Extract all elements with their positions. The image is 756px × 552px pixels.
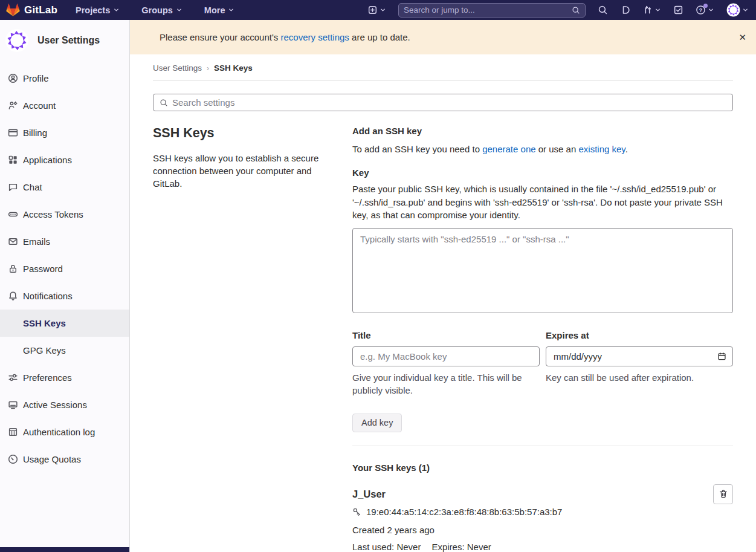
merge-request-icon: [642, 5, 653, 15]
gpg-keys-icon: [8, 345, 18, 356]
key-created: Created 2 years ago: [352, 525, 703, 535]
sidebar-title: User Settings: [37, 35, 100, 46]
key-help-text: Paste your public SSH key, which is usua…: [352, 183, 733, 222]
sidebar-item-active-sessions[interactable]: Active Sessions: [0, 391, 129, 418]
expires-help-text: Key can still be used after expiration.: [546, 371, 733, 384]
chevron-down-icon: [742, 7, 749, 13]
sidebar-item-notifications[interactable]: Notifications: [0, 282, 129, 310]
key-name-link[interactable]: J_User: [352, 489, 386, 499]
ssh-key-entry: J_User 19:e0:44:a5:14:c2:3a:e8:f8:48:8b:…: [352, 489, 733, 552]
sidebar-item-usage-quotas[interactable]: Usage Quotas: [0, 446, 129, 473]
settings-search-input[interactable]: [172, 97, 726, 108]
avatar: [726, 3, 740, 17]
expires-at-label: Expires at: [546, 330, 733, 340]
sidebar-item-preferences[interactable]: Preferences: [0, 364, 129, 391]
sidebar-item-account[interactable]: Account: [0, 92, 129, 119]
close-icon[interactable]: ✕: [738, 32, 746, 43]
key-fingerprint: 19:e0:44:a5:14:c2:3a:e8:f8:48:8b:63:5b:5…: [366, 507, 562, 517]
key-expires: Expires: Never: [431, 542, 491, 552]
key-textarea[interactable]: [352, 228, 733, 313]
add-ssh-key-heading: Add an SSH key: [352, 126, 733, 136]
key-last-used: Last used: Never: [352, 542, 421, 552]
sidebar-item-authentication-log[interactable]: Authentication log: [0, 418, 129, 446]
recovery-settings-alert: Please ensure your account's recovery se…: [130, 20, 756, 54]
nav-more[interactable]: More: [204, 5, 235, 15]
sidebar-item-applications[interactable]: Applications: [0, 146, 129, 174]
key-icon: [352, 507, 361, 516]
search-icon: [572, 6, 580, 15]
sidebar-item-emails[interactable]: Emails: [0, 228, 129, 255]
expires-at-input[interactable]: mm/dd/yyyy: [546, 346, 733, 366]
chevron-down-icon: [654, 7, 661, 13]
top-navbar: GitLab Projects Groups More: [0, 0, 756, 20]
password-icon: [8, 264, 18, 274]
sidebar-item-access-tokens[interactable]: Access Tokens: [0, 201, 129, 228]
issues-button[interactable]: [620, 5, 630, 15]
plus-icon: [368, 5, 377, 15]
global-search-input[interactable]: [404, 5, 567, 15]
new-menu-button[interactable]: [368, 5, 386, 15]
gitlab-logo[interactable]: GitLab: [6, 3, 57, 17]
chevron-down-icon: [228, 7, 234, 13]
breadcrumb-separator: ›: [207, 64, 209, 73]
applications-icon: [8, 155, 18, 165]
notification-dot: [703, 4, 708, 8]
global-search[interactable]: [398, 3, 586, 18]
sidebar-item-password[interactable]: Password: [0, 255, 129, 282]
ssh-keys-icon: [8, 318, 18, 328]
title-help-text: Give your individual key a title. This w…: [352, 371, 540, 397]
page-description: SSH keys allow you to establish a secure…: [153, 152, 326, 190]
todos-button[interactable]: [673, 5, 683, 15]
trash-icon: [719, 489, 728, 499]
settings-search[interactable]: [153, 94, 733, 111]
emails-icon: [8, 236, 18, 247]
page-title: SSH Keys: [153, 126, 326, 141]
search-icon: [160, 99, 168, 107]
search-icon: [598, 5, 608, 15]
nav-groups[interactable]: Groups: [141, 5, 183, 15]
sidebar-item-gpg-keys[interactable]: GPG Keys: [0, 337, 129, 364]
key-label: Key: [352, 167, 733, 178]
preferences-icon: [8, 372, 18, 383]
nav-menu: Projects Groups More: [76, 5, 234, 15]
breadcrumb-user-settings[interactable]: User Settings: [153, 63, 202, 73]
calendar-icon[interactable]: [717, 352, 726, 361]
access-tokens-icon: [8, 209, 18, 219]
title-input[interactable]: [352, 346, 540, 366]
logo-text: GitLab: [24, 4, 57, 16]
tanuki-icon: [6, 3, 20, 17]
issues-icon: [620, 5, 630, 15]
recovery-settings-link[interactable]: recovery settings: [280, 32, 349, 42]
settings-sidebar: User Settings Profile Account Billing Ap…: [0, 20, 130, 552]
add-key-button[interactable]: Add key: [352, 414, 402, 432]
sidebar-item-chat[interactable]: Chat: [0, 174, 129, 201]
chevron-down-icon: [113, 7, 120, 13]
billing-icon: [8, 128, 18, 138]
account-icon: [8, 100, 18, 111]
sidebar-item-ssh-keys[interactable]: SSH Keys: [0, 310, 129, 337]
chevron-down-icon: [708, 7, 714, 13]
user-menu-button[interactable]: [726, 3, 749, 17]
breadcrumb: User Settings › SSH Keys: [153, 54, 733, 81]
delete-key-button[interactable]: [713, 484, 733, 504]
sidebar-nav: Profile Account Billing Applications Cha…: [0, 65, 129, 473]
your-ssh-keys-heading: Your SSH keys (1): [352, 463, 733, 473]
breadcrumb-ssh-keys: SSH Keys: [214, 63, 253, 73]
existing-key-link[interactable]: existing key: [578, 144, 625, 154]
sidebar-item-profile[interactable]: Profile: [0, 65, 129, 92]
alert-text: Please ensure your account's: [160, 32, 280, 42]
usage-quotas-icon: [8, 454, 18, 464]
search-button[interactable]: [598, 5, 608, 15]
add-key-intro: To add an SSH key you need to generate o…: [352, 144, 733, 154]
help-menu-button[interactable]: [696, 5, 714, 15]
date-placeholder: mm/dd/yyyy: [554, 351, 602, 362]
title-label: Title: [352, 330, 540, 340]
todo-icon: [673, 5, 683, 15]
profile-icon: [8, 73, 18, 83]
merge-requests-button[interactable]: [642, 5, 661, 15]
authentication-log-icon: [8, 427, 18, 437]
nav-projects[interactable]: Projects: [76, 5, 120, 15]
generate-one-link[interactable]: generate one: [482, 144, 535, 154]
divider: [352, 446, 733, 446]
sidebar-item-billing[interactable]: Billing: [0, 119, 129, 146]
